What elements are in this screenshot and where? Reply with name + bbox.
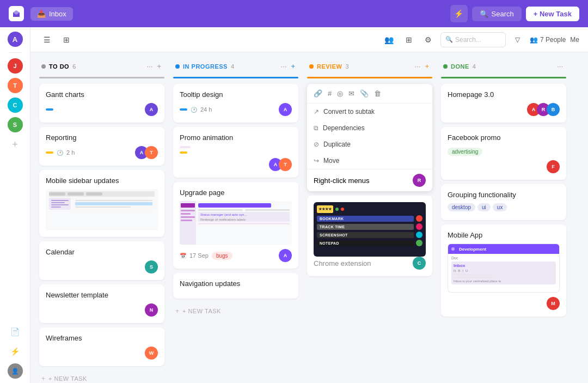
card-calendar-avatar: S	[145, 260, 158, 273]
calendar-icon: 🗑	[374, 89, 381, 98]
upgrade-mock: Status manager (and auto syn... Redesign…	[180, 201, 292, 245]
card-gantt[interactable]: Gantt charts A	[39, 84, 164, 123]
clock-icon: 🕐	[191, 107, 197, 113]
mobileapp-mock: Development Doc Inbox NBIU Inb	[448, 244, 560, 293]
card-promo-title: Promo animation	[180, 133, 292, 142]
column-review-header: REVIEW 3 ··· +	[307, 61, 432, 77]
avatar-t[interactable]: T	[8, 78, 23, 93]
user-avatar[interactable]: 👤	[8, 363, 23, 379]
avatar-s[interactable]: S	[8, 117, 23, 132]
board-view-button[interactable]: ⊞	[59, 32, 74, 47]
review-more-button[interactable]: ···	[414, 61, 422, 71]
document-icon-button[interactable]: 📄	[8, 324, 23, 339]
move-item[interactable]: ↪ Move	[307, 153, 432, 169]
inprogress-more-button[interactable]: ···	[280, 61, 288, 71]
todo-add-button[interactable]: +	[156, 61, 162, 71]
card-rightclick[interactable]: 🔗 # ◎ ✉ 📎 🗑 ↗ Convert to subtak ⧉ Depend…	[307, 84, 432, 191]
sidebar-bottom: 📄 ⚡ 👤	[8, 324, 23, 379]
card-calendar[interactable]: Calendar S	[39, 241, 164, 280]
app-doc-label: Doc	[451, 256, 458, 260]
chrome-title: Chrome extension	[314, 259, 371, 268]
upgrade-date: 17 Sep	[189, 252, 209, 259]
card-wireframes[interactable]: Wireframes W	[39, 327, 164, 366]
card-homepage-title: Homepage 3.0	[448, 90, 560, 99]
column-done: DONE 4 ··· Homepage 3.0 A R B	[441, 61, 566, 321]
card-tooltip-meta: 🕐 24 h	[180, 106, 212, 113]
card-mobile-sidebar[interactable]: Mobile sidebar updates	[39, 170, 164, 237]
move-icon: ↪	[314, 157, 319, 165]
link-icon: 🔗	[314, 89, 322, 98]
table-button[interactable]: ⊞	[401, 32, 416, 47]
card-facebook-avatar: F	[547, 160, 560, 173]
app-line1	[454, 274, 519, 275]
card-upgrade-meta: 📅 17 Sep bugs	[180, 252, 232, 260]
card-promo[interactable]: Promo animation A T	[173, 127, 298, 178]
tooltip-time: 24 h	[200, 106, 212, 113]
duplicate-item[interactable]: ⊘ Duplicate	[307, 136, 432, 153]
logo-icon[interactable]	[9, 6, 24, 21]
convert-icon: ↗	[314, 108, 319, 115]
search-nav-button[interactable]: 🔍 Search	[472, 7, 522, 21]
list-view-button[interactable]: ☰	[39, 32, 54, 47]
filter-button[interactable]: ▽	[510, 32, 525, 47]
me-button[interactable]: Me	[570, 36, 579, 44]
card-navigation[interactable]: Navigation updates	[173, 273, 298, 299]
todo-more-button[interactable]: ···	[146, 61, 154, 71]
card-gantt-avatar: A	[145, 103, 158, 116]
plus-icon: +	[41, 375, 45, 382]
lightning-sidebar-button[interactable]: ⚡	[8, 344, 23, 359]
card-calendar-footer: S	[46, 260, 158, 273]
avatar-a[interactable]: A	[8, 32, 23, 47]
card-chrome[interactable]: ★★★★ BOOKMARK TRACK TIME	[307, 196, 432, 276]
card-newsletter-title: Newsletter template	[46, 291, 158, 299]
card-tooltip[interactable]: Tooltip design 🕐 24 h A	[173, 84, 298, 123]
avatar2: T	[145, 146, 158, 159]
upgrade-tag: bugs	[212, 252, 232, 260]
column-todo: TO DO 6 ··· + Gantt charts A	[39, 61, 164, 383]
share-button[interactable]: 👥	[382, 32, 397, 47]
card-reporting-footer: 🕐 2 h A T	[46, 146, 158, 159]
search-box[interactable]: 🔍 Search...	[440, 32, 506, 47]
dependencies-item[interactable]: ⧉ Dependencies	[307, 120, 432, 136]
inbox-button[interactable]: 📥 Inbox	[30, 7, 73, 21]
review-add-button[interactable]: +	[424, 61, 430, 71]
people-button[interactable]: 👥 7 People	[530, 36, 566, 44]
card-grouping[interactable]: Grouping functionality desktop ui ux	[441, 184, 566, 220]
card-reporting[interactable]: Reporting 🕐 2 h A T	[39, 127, 164, 166]
avatar-c[interactable]: C	[8, 98, 23, 113]
card-upgrade[interactable]: Upgrade page	[173, 182, 298, 269]
inprogress-indicator	[173, 77, 298, 78]
card-mobile-sidebar-title: Mobile sidebar updates	[46, 177, 158, 185]
dep-icon: ⧉	[314, 124, 318, 132]
tag-ux: ux	[493, 203, 507, 211]
search-icon: 🔍	[480, 10, 488, 18]
convert-subtak-item[interactable]: ↗ Convert to subtak	[307, 104, 432, 120]
priority-bar	[180, 108, 187, 111]
review-actions: ··· +	[414, 61, 430, 71]
card-facebook-title: Facebook promo	[448, 133, 560, 142]
app-header-title: Development	[459, 247, 486, 252]
avatar-j[interactable]: J	[8, 58, 23, 74]
done-more-button[interactable]: ···	[556, 61, 564, 71]
new-task-button[interactable]: + New Task	[526, 7, 579, 21]
card-mobileapp[interactable]: Mobile App Development Doc Inbox	[441, 224, 566, 317]
done-actions: ···	[556, 61, 564, 71]
lightning-button[interactable]: ⚡	[450, 5, 468, 22]
card-promo-footer: A T	[180, 158, 292, 171]
at-icon: ◎	[337, 89, 343, 98]
duplicate-label: Duplicate	[323, 141, 351, 148]
settings-button[interactable]: ⚙	[421, 32, 436, 47]
me-label: Me	[570, 36, 579, 44]
column-inprogress: IN PROGRESS 4 ··· + Tooltip design 🕐	[173, 61, 298, 319]
toolbar: ☰ ⊞ 👥 ⊞ ⚙ 🔍 Search... ▽ 👥 7 People Me	[30, 27, 588, 52]
card-facebook[interactable]: Facebook promo advertising F	[441, 127, 566, 180]
todo-new-task[interactable]: + + NEW TASK	[39, 370, 164, 383]
tag-ui: ui	[477, 203, 491, 211]
inprogress-add-button[interactable]: +	[290, 61, 296, 71]
card-newsletter[interactable]: Newsletter template N	[39, 284, 164, 323]
add-workspace-button[interactable]: +	[8, 137, 23, 152]
card-newsletter-avatar: N	[145, 303, 158, 317]
review-dot	[309, 64, 314, 69]
inprogress-new-task[interactable]: + + NEW TASK	[173, 303, 298, 319]
card-homepage[interactable]: Homepage 3.0 A R B	[441, 84, 566, 123]
